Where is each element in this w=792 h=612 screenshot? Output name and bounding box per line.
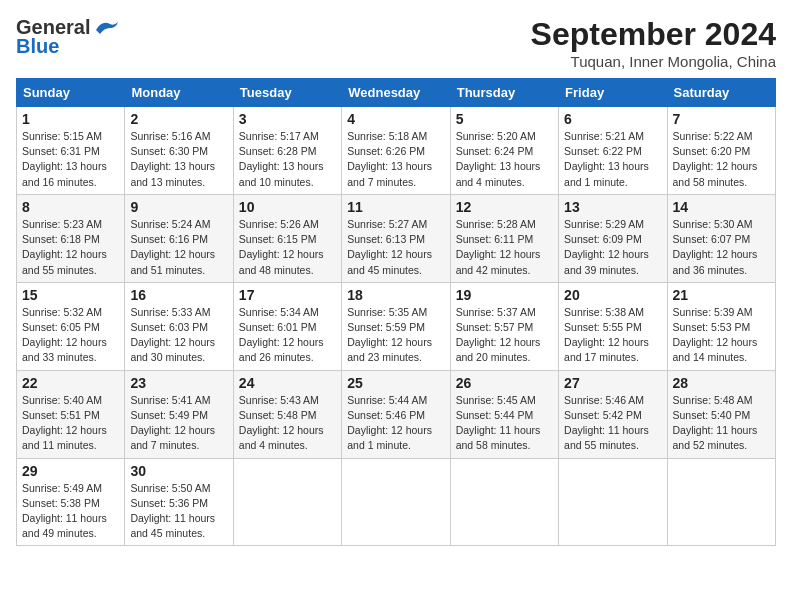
day-number: 13 — [564, 199, 661, 215]
day-info: Sunrise: 5:15 AM Sunset: 6:31 PM Dayligh… — [22, 129, 119, 190]
day-number: 23 — [130, 375, 227, 391]
calendar-week-3: 15Sunrise: 5:32 AM Sunset: 6:05 PM Dayli… — [17, 282, 776, 370]
day-number: 27 — [564, 375, 661, 391]
empty-cell — [559, 458, 667, 546]
day-cell-16: 16Sunrise: 5:33 AM Sunset: 6:03 PM Dayli… — [125, 282, 233, 370]
month-title: September 2024 — [531, 16, 776, 53]
day-number: 15 — [22, 287, 119, 303]
day-cell-9: 9Sunrise: 5:24 AM Sunset: 6:16 PM Daylig… — [125, 194, 233, 282]
page-header: General Blue September 2024 Tuquan, Inne… — [16, 16, 776, 70]
day-number: 9 — [130, 199, 227, 215]
day-cell-4: 4Sunrise: 5:18 AM Sunset: 6:26 PM Daylig… — [342, 107, 450, 195]
day-cell-28: 28Sunrise: 5:48 AM Sunset: 5:40 PM Dayli… — [667, 370, 775, 458]
weekday-header-row: SundayMondayTuesdayWednesdayThursdayFrid… — [17, 79, 776, 107]
day-info: Sunrise: 5:18 AM Sunset: 6:26 PM Dayligh… — [347, 129, 444, 190]
day-info: Sunrise: 5:20 AM Sunset: 6:24 PM Dayligh… — [456, 129, 553, 190]
day-cell-14: 14Sunrise: 5:30 AM Sunset: 6:07 PM Dayli… — [667, 194, 775, 282]
day-number: 12 — [456, 199, 553, 215]
day-number: 1 — [22, 111, 119, 127]
day-number: 24 — [239, 375, 336, 391]
day-number: 26 — [456, 375, 553, 391]
day-number: 30 — [130, 463, 227, 479]
day-number: 25 — [347, 375, 444, 391]
day-info: Sunrise: 5:17 AM Sunset: 6:28 PM Dayligh… — [239, 129, 336, 190]
day-number: 17 — [239, 287, 336, 303]
day-info: Sunrise: 5:21 AM Sunset: 6:22 PM Dayligh… — [564, 129, 661, 190]
weekday-sunday: Sunday — [17, 79, 125, 107]
weekday-tuesday: Tuesday — [233, 79, 341, 107]
day-cell-20: 20Sunrise: 5:38 AM Sunset: 5:55 PM Dayli… — [559, 282, 667, 370]
day-info: Sunrise: 5:40 AM Sunset: 5:51 PM Dayligh… — [22, 393, 119, 454]
day-cell-24: 24Sunrise: 5:43 AM Sunset: 5:48 PM Dayli… — [233, 370, 341, 458]
calendar-week-4: 22Sunrise: 5:40 AM Sunset: 5:51 PM Dayli… — [17, 370, 776, 458]
day-number: 6 — [564, 111, 661, 127]
day-cell-8: 8Sunrise: 5:23 AM Sunset: 6:18 PM Daylig… — [17, 194, 125, 282]
day-number: 22 — [22, 375, 119, 391]
day-cell-7: 7Sunrise: 5:22 AM Sunset: 6:20 PM Daylig… — [667, 107, 775, 195]
day-cell-29: 29Sunrise: 5:49 AM Sunset: 5:38 PM Dayli… — [17, 458, 125, 546]
day-info: Sunrise: 5:50 AM Sunset: 5:36 PM Dayligh… — [130, 481, 227, 542]
day-info: Sunrise: 5:24 AM Sunset: 6:16 PM Dayligh… — [130, 217, 227, 278]
day-cell-25: 25Sunrise: 5:44 AM Sunset: 5:46 PM Dayli… — [342, 370, 450, 458]
calendar-table: SundayMondayTuesdayWednesdayThursdayFrid… — [16, 78, 776, 546]
day-info: Sunrise: 5:43 AM Sunset: 5:48 PM Dayligh… — [239, 393, 336, 454]
day-number: 19 — [456, 287, 553, 303]
day-number: 21 — [673, 287, 770, 303]
day-info: Sunrise: 5:33 AM Sunset: 6:03 PM Dayligh… — [130, 305, 227, 366]
day-info: Sunrise: 5:27 AM Sunset: 6:13 PM Dayligh… — [347, 217, 444, 278]
day-cell-2: 2Sunrise: 5:16 AM Sunset: 6:30 PM Daylig… — [125, 107, 233, 195]
day-number: 28 — [673, 375, 770, 391]
day-info: Sunrise: 5:38 AM Sunset: 5:55 PM Dayligh… — [564, 305, 661, 366]
weekday-wednesday: Wednesday — [342, 79, 450, 107]
day-number: 14 — [673, 199, 770, 215]
empty-cell — [233, 458, 341, 546]
day-info: Sunrise: 5:37 AM Sunset: 5:57 PM Dayligh… — [456, 305, 553, 366]
weekday-thursday: Thursday — [450, 79, 558, 107]
day-info: Sunrise: 5:39 AM Sunset: 5:53 PM Dayligh… — [673, 305, 770, 366]
day-info: Sunrise: 5:30 AM Sunset: 6:07 PM Dayligh… — [673, 217, 770, 278]
day-info: Sunrise: 5:35 AM Sunset: 5:59 PM Dayligh… — [347, 305, 444, 366]
day-info: Sunrise: 5:29 AM Sunset: 6:09 PM Dayligh… — [564, 217, 661, 278]
day-info: Sunrise: 5:26 AM Sunset: 6:15 PM Dayligh… — [239, 217, 336, 278]
day-info: Sunrise: 5:23 AM Sunset: 6:18 PM Dayligh… — [22, 217, 119, 278]
empty-cell — [450, 458, 558, 546]
day-info: Sunrise: 5:44 AM Sunset: 5:46 PM Dayligh… — [347, 393, 444, 454]
day-cell-3: 3Sunrise: 5:17 AM Sunset: 6:28 PM Daylig… — [233, 107, 341, 195]
calendar-week-5: 29Sunrise: 5:49 AM Sunset: 5:38 PM Dayli… — [17, 458, 776, 546]
day-cell-10: 10Sunrise: 5:26 AM Sunset: 6:15 PM Dayli… — [233, 194, 341, 282]
weekday-friday: Friday — [559, 79, 667, 107]
calendar-week-2: 8Sunrise: 5:23 AM Sunset: 6:18 PM Daylig… — [17, 194, 776, 282]
location-title: Tuquan, Inner Mongolia, China — [531, 53, 776, 70]
day-cell-12: 12Sunrise: 5:28 AM Sunset: 6:11 PM Dayli… — [450, 194, 558, 282]
title-block: September 2024 Tuquan, Inner Mongolia, C… — [531, 16, 776, 70]
day-number: 10 — [239, 199, 336, 215]
day-number: 18 — [347, 287, 444, 303]
day-info: Sunrise: 5:45 AM Sunset: 5:44 PM Dayligh… — [456, 393, 553, 454]
day-cell-1: 1Sunrise: 5:15 AM Sunset: 6:31 PM Daylig… — [17, 107, 125, 195]
day-cell-26: 26Sunrise: 5:45 AM Sunset: 5:44 PM Dayli… — [450, 370, 558, 458]
weekday-monday: Monday — [125, 79, 233, 107]
empty-cell — [667, 458, 775, 546]
day-info: Sunrise: 5:28 AM Sunset: 6:11 PM Dayligh… — [456, 217, 553, 278]
day-number: 4 — [347, 111, 444, 127]
day-info: Sunrise: 5:16 AM Sunset: 6:30 PM Dayligh… — [130, 129, 227, 190]
day-info: Sunrise: 5:22 AM Sunset: 6:20 PM Dayligh… — [673, 129, 770, 190]
day-cell-27: 27Sunrise: 5:46 AM Sunset: 5:42 PM Dayli… — [559, 370, 667, 458]
day-number: 2 — [130, 111, 227, 127]
day-cell-5: 5Sunrise: 5:20 AM Sunset: 6:24 PM Daylig… — [450, 107, 558, 195]
calendar-week-1: 1Sunrise: 5:15 AM Sunset: 6:31 PM Daylig… — [17, 107, 776, 195]
day-info: Sunrise: 5:49 AM Sunset: 5:38 PM Dayligh… — [22, 481, 119, 542]
day-number: 3 — [239, 111, 336, 127]
day-number: 11 — [347, 199, 444, 215]
day-cell-30: 30Sunrise: 5:50 AM Sunset: 5:36 PM Dayli… — [125, 458, 233, 546]
logo-text-blue: Blue — [16, 35, 59, 58]
day-cell-19: 19Sunrise: 5:37 AM Sunset: 5:57 PM Dayli… — [450, 282, 558, 370]
empty-cell — [342, 458, 450, 546]
day-cell-17: 17Sunrise: 5:34 AM Sunset: 6:01 PM Dayli… — [233, 282, 341, 370]
day-number: 5 — [456, 111, 553, 127]
day-number: 16 — [130, 287, 227, 303]
logo-bird-icon — [92, 18, 120, 38]
day-number: 20 — [564, 287, 661, 303]
day-number: 7 — [673, 111, 770, 127]
day-cell-11: 11Sunrise: 5:27 AM Sunset: 6:13 PM Dayli… — [342, 194, 450, 282]
